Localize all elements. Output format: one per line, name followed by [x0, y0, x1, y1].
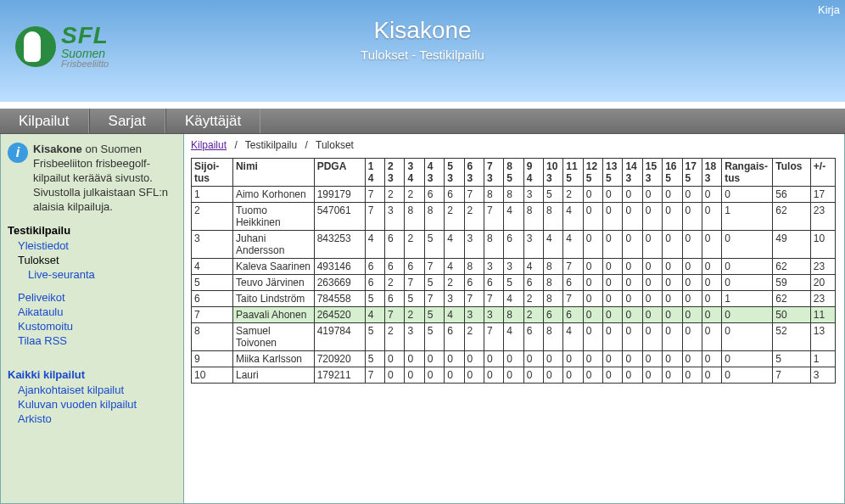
- th-hole-2: 23: [385, 159, 405, 187]
- th-hole-5: 53: [445, 159, 464, 187]
- cell-plusminus: 23: [810, 203, 835, 231]
- cell-hole-7: 0: [484, 351, 503, 367]
- th-hole-7: 73: [484, 159, 503, 187]
- cell-penalty: 0: [722, 275, 773, 291]
- cell-hole-4: 0: [424, 367, 444, 384]
- cell-hole-10: 4: [543, 231, 562, 259]
- login-link[interactable]: Kirja: [818, 3, 840, 16]
- cell-hole-2: 6: [385, 291, 405, 307]
- cell-hole-8: 4: [504, 291, 523, 307]
- cell-name: Teuvo Järvinen: [232, 275, 314, 291]
- cell-penalty: 1: [722, 203, 773, 231]
- cell-hole-2: 2: [385, 323, 405, 351]
- cell-hole-5: 0: [445, 351, 464, 367]
- cell-hole-7: 7: [484, 203, 503, 231]
- cell-hole-4: 8: [424, 203, 444, 231]
- cell-hole-5: 2: [445, 275, 464, 291]
- cell-hole-7: 0: [484, 367, 503, 384]
- table-row[interactable]: 1Aimo Korhonen19917972266788352000000005…: [192, 187, 836, 203]
- cell-hole-4: 7: [424, 291, 444, 307]
- cell-hole-9: 0: [523, 367, 543, 384]
- cell-hole-16: 0: [663, 351, 682, 367]
- th-hole-17: 175: [682, 159, 702, 187]
- cell-hole-3: 0: [405, 367, 424, 384]
- sidebar: i Kisakone on Suomen Frisbeeliiton frisb…: [1, 134, 184, 503]
- cell-pos: 10: [192, 367, 233, 384]
- cell-hole-6: 8: [464, 259, 484, 275]
- cell-hole-17: 0: [682, 203, 702, 231]
- th-hole-10: 103: [543, 159, 562, 187]
- table-row[interactable]: 6Taito Lindström784558565737742870000000…: [192, 291, 836, 307]
- cell-hole-13: 0: [603, 291, 623, 307]
- sidebar-item-peliveikot[interactable]: Peliveikot: [8, 290, 176, 305]
- th-hole-9: 94: [523, 159, 543, 187]
- cell-tulos: 50: [773, 307, 811, 323]
- cell-pos: 4: [192, 259, 233, 275]
- cell-hole-1: 6: [365, 259, 384, 275]
- cell-hole-18: 0: [702, 203, 721, 231]
- table-row[interactable]: 2Tuomo Heikkinen547061738822748840000000…: [192, 203, 836, 231]
- cell-hole-15: 0: [642, 367, 662, 384]
- cell-hole-5: 4: [445, 231, 464, 259]
- cell-hole-14: 0: [623, 291, 642, 307]
- cell-hole-17: 0: [682, 187, 702, 203]
- sidebar-item-ajankohtaiset[interactable]: Ajankohtaiset kilpailut: [8, 383, 176, 397]
- cell-pdga: 179211: [314, 367, 365, 384]
- cell-hole-8: 4: [504, 203, 523, 231]
- cell-hole-7: 3: [484, 259, 503, 275]
- table-row[interactable]: 8Samuel Toivonen419784523562746840000000…: [192, 323, 836, 351]
- th-pdga: PDGA: [314, 159, 365, 187]
- sidebar-item-arkisto[interactable]: Arkisto: [8, 412, 176, 426]
- cell-hole-15: 0: [642, 203, 662, 231]
- cell-hole-9: 2: [523, 291, 543, 307]
- cell-hole-12: 0: [583, 275, 602, 291]
- cell-hole-6: 3: [464, 307, 484, 323]
- cell-pos: 5: [192, 275, 233, 291]
- cell-hole-10: 6: [543, 307, 562, 323]
- main-nav: Kilpailut Sarjat Käyttäjät: [0, 109, 845, 134]
- sidebar-item-rss[interactable]: Tilaa RSS: [8, 333, 176, 348]
- th-hole-14: 143: [623, 159, 642, 187]
- cell-hole-17: 0: [682, 259, 702, 275]
- cell-pdga: 264520: [314, 307, 365, 323]
- nav-sarjat[interactable]: Sarjat: [89, 109, 165, 133]
- cell-hole-12: 0: [583, 203, 602, 231]
- nav-kilpailut[interactable]: Kilpailut: [0, 109, 89, 133]
- table-row[interactable]: 10Lauri179211700000000000000000073: [192, 367, 836, 384]
- cell-hole-12: 0: [583, 307, 602, 323]
- cell-hole-1: 7: [365, 203, 384, 231]
- cell-hole-15: 0: [642, 307, 662, 323]
- cell-hole-18: 0: [702, 275, 721, 291]
- table-row[interactable]: 5Teuvo Järvinen2636696275266568600000000…: [192, 275, 836, 291]
- page-title: Kisakone: [0, 17, 845, 44]
- table-row[interactable]: 4Kaleva Saarinen493146666748334870000000…: [192, 259, 836, 275]
- main-content: Kilpailut / Testikilpailu / Tulokset Sij…: [184, 134, 844, 503]
- cell-hole-13: 0: [603, 231, 623, 259]
- breadcrumb: Kilpailut / Testikilpailu / Tulokset: [191, 139, 837, 151]
- cell-plusminus: 3: [810, 367, 835, 384]
- table-row[interactable]: 7Paavali Ahonen2645204725433826600000000…: [192, 307, 836, 323]
- sidebar-item-kustomoitu[interactable]: Kustomoitu: [8, 319, 176, 333]
- sidebar-item-aikataulu[interactable]: Aikataulu: [8, 305, 176, 319]
- crumb-kilpailut[interactable]: Kilpailut: [191, 139, 227, 151]
- cell-hole-10: 8: [543, 291, 562, 307]
- th-hole-15: 153: [642, 159, 662, 187]
- cell-hole-7: 6: [484, 275, 503, 291]
- th-penalty: Rangais- tus: [722, 159, 773, 187]
- cell-hole-12: 0: [583, 351, 602, 367]
- table-row[interactable]: 9Miika Karlsson7209205000000000000000000…: [192, 351, 836, 367]
- cell-hole-11: 7: [563, 259, 583, 275]
- nav-kayttajat[interactable]: Käyttäjät: [165, 109, 260, 133]
- cell-pos: 8: [192, 323, 233, 351]
- table-row[interactable]: 3Juhani Andersson84325346254386344000000…: [192, 231, 836, 259]
- cell-plusminus: 13: [810, 323, 835, 351]
- cell-hole-6: 0: [464, 367, 484, 384]
- sidebar-item-yleistiedot[interactable]: Yleistiedot: [8, 238, 176, 253]
- cell-hole-13: 0: [603, 259, 623, 275]
- cell-hole-7: 8: [484, 231, 503, 259]
- sidebar-item-kuluvan[interactable]: Kuluvan vuoden kilpailut: [8, 397, 176, 412]
- sidebar-all-head[interactable]: Kaikki kilpailut: [8, 368, 176, 381]
- sidebar-item-live[interactable]: Live-seuranta: [8, 267, 176, 282]
- cell-pos: 9: [192, 351, 233, 367]
- cell-hole-9: 6: [523, 275, 543, 291]
